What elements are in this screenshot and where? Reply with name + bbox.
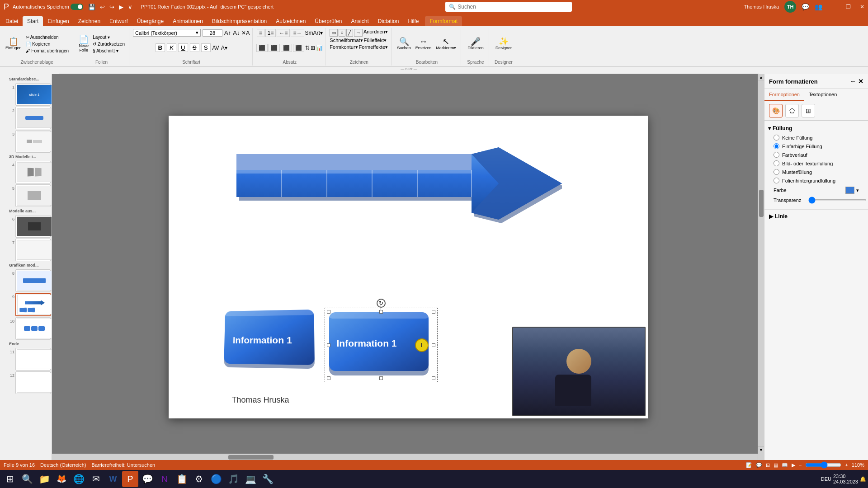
handle-tr[interactable]	[432, 310, 435, 314]
info-card-1[interactable]: Information 1	[224, 310, 320, 372]
zoom-plus-icon[interactable]: +	[845, 462, 848, 468]
align-center-button[interactable]: ⬛	[269, 44, 280, 52]
select-button[interactable]: ↖ Markieren▾	[434, 37, 458, 51]
search-button[interactable]: 🔍 Suchen	[395, 37, 413, 51]
autosave-toggle[interactable]: Automatisches Speichern	[13, 4, 83, 10]
quick-styles-button[interactable]: Schnellformat▾	[330, 38, 363, 43]
tab-textoptionen[interactable]: Textoptionen	[804, 89, 841, 101]
search-input[interactable]	[458, 4, 568, 10]
handle-mr[interactable]	[432, 343, 435, 347]
tab-einfuegen[interactable]: Einfügen	[43, 16, 73, 26]
close-button[interactable]: ✕	[860, 4, 864, 10]
notifications-icon[interactable]: 🔔	[860, 476, 866, 482]
decrease-font-icon[interactable]: A↓	[233, 29, 240, 36]
present-qat-button[interactable]: ▶	[118, 3, 125, 11]
fill-texture-radio[interactable]	[774, 160, 779, 166]
redo-qat-button[interactable]: ↪	[108, 3, 116, 11]
fill-texture-option[interactable]: Bild- oder Texturfüllung	[768, 159, 864, 168]
new-slide-button[interactable]: 📄 NeueFolie	[77, 34, 90, 53]
font-dropdown-icon[interactable]: ▾	[196, 30, 198, 36]
clear-format-icon[interactable]: ✕A	[241, 30, 250, 36]
taskbar-firefox[interactable]: 🦊	[53, 471, 70, 487]
slide-thumb-4[interactable]	[15, 161, 51, 183]
justify-button[interactable]: ⬛	[293, 44, 304, 52]
shape-rect[interactable]: ▭	[330, 29, 338, 37]
slide-thumb-6[interactable]	[15, 215, 51, 238]
toggle-pill[interactable]	[71, 4, 83, 10]
section-button[interactable]: § Abschnitt ▾	[91, 48, 126, 54]
fill-none-radio[interactable]	[774, 135, 779, 141]
slide-thumb-9[interactable]	[15, 293, 51, 316]
horizontal-scrollbar[interactable]	[52, 454, 758, 460]
notes-icon[interactable]: 📝	[746, 462, 752, 468]
tab-zeichnen[interactable]: Zeichnen	[74, 16, 105, 26]
view-normal-icon[interactable]: ⊞	[766, 462, 770, 468]
fill-pattern-option[interactable]: Musterfüllung	[768, 168, 864, 176]
vertical-scrollbar[interactable]: ▼ ▲	[758, 74, 764, 460]
increase-indent-button[interactable]: ≡→	[291, 29, 304, 37]
tab-ueberpruefen[interactable]: Überprüfen	[310, 16, 346, 26]
fill-gradient-radio[interactable]	[774, 152, 779, 158]
shape-effect-button[interactable]: Formeffekte▾	[359, 44, 388, 50]
char-spacing-button[interactable]: AV	[212, 45, 219, 51]
line-section-toggle[interactable]: ▶ Linie	[764, 211, 868, 221]
font-color-button[interactable]: A▾	[221, 45, 227, 51]
handle-bc[interactable]	[379, 376, 383, 380]
handle-br[interactable]	[432, 376, 435, 380]
slide-thumb-8[interactable]	[15, 269, 51, 292]
fill-color-dropdown-icon[interactable]: ▾	[856, 188, 859, 193]
handle-tc[interactable]	[379, 310, 383, 314]
taskbar-onenote[interactable]: N	[156, 471, 173, 487]
zoom-slider[interactable]	[805, 461, 841, 469]
replace-button[interactable]: ↔ Ersetzen	[414, 37, 434, 51]
tab-start[interactable]: Start	[23, 16, 43, 26]
grid-button[interactable]: ⊞	[802, 104, 815, 117]
taskbar-app6[interactable]: 🔧	[259, 471, 276, 487]
underline-button[interactable]: U	[178, 43, 188, 52]
tab-ansicht[interactable]: Ansicht	[346, 16, 373, 26]
taskbar-powerpoint[interactable]: P	[122, 471, 138, 487]
search-taskbar-button[interactable]: 🔍	[19, 471, 35, 487]
reset-button[interactable]: ↺ Zurücksetzen	[91, 41, 126, 47]
taskbar-app1[interactable]: 📋	[174, 471, 190, 487]
slideshow-icon[interactable]: ▶	[792, 462, 795, 468]
smartart-button[interactable]: SmArt▾	[305, 30, 323, 36]
tab-uebergaenge[interactable]: Übergänge	[132, 16, 168, 26]
scroll-down-button[interactable]: ▼	[758, 446, 764, 453]
dictate-button[interactable]: 🎤 Diktieren	[466, 37, 486, 51]
canvas-area[interactable]: Information 1 ↻ I	[52, 74, 764, 460]
minimize-button[interactable]: —	[831, 4, 837, 10]
view-reading-icon[interactable]: 📖	[782, 462, 788, 468]
bullets-button[interactable]: ≡	[257, 29, 264, 37]
font-selector[interactable]: Calibri (Textkörper)▾	[133, 29, 201, 37]
strikethrough-button[interactable]: S	[190, 43, 199, 52]
numbered-list-button[interactable]: 1≡	[265, 29, 276, 37]
font-size-input[interactable]: 28	[203, 29, 222, 37]
fill-effect-button[interactable]: Fülleffekt▾	[364, 38, 387, 43]
taskbar-word[interactable]: W	[105, 471, 121, 487]
fill-solid-radio[interactable]	[774, 143, 779, 149]
horizontal-scrollbar-thumb[interactable]	[228, 455, 274, 460]
paint-bucket-button[interactable]: 🎨	[769, 104, 783, 117]
fill-none-option[interactable]: Keine Füllung	[768, 133, 864, 142]
decrease-indent-button[interactable]: ←≡	[277, 29, 290, 37]
designer-button[interactable]: ✨ Designer	[494, 37, 514, 51]
fill-gradient-option[interactable]: Farbverlauf	[768, 150, 864, 159]
pentagon-button[interactable]: ⬠	[785, 104, 799, 117]
taskbar-explorer[interactable]: 📁	[36, 471, 52, 487]
handle-bl[interactable]	[327, 376, 330, 380]
slide-thumb-3[interactable]	[15, 130, 51, 153]
info-card-2-container[interactable]: ↻ I Informat	[329, 312, 433, 378]
align-left-button[interactable]: ⬛	[256, 44, 268, 52]
text-align-button[interactable]: ⊞	[311, 45, 315, 51]
bold-button[interactable]: B	[156, 43, 165, 52]
tab-animationen[interactable]: Animationen	[168, 16, 208, 26]
taskbar-app3[interactable]: 🔵	[208, 471, 224, 487]
taskbar-teams[interactable]: 💬	[139, 471, 156, 487]
zoom-minus-icon[interactable]: −	[799, 462, 802, 468]
taskbar-app4[interactable]: 🎵	[225, 471, 241, 487]
comments-icon[interactable]: 💬	[802, 3, 809, 10]
fill-solid-option[interactable]: Einfarbige Füllung	[768, 142, 864, 150]
scroll-up-button[interactable]: ▲	[758, 74, 764, 80]
taskbar-app5[interactable]: 💻	[242, 471, 259, 487]
